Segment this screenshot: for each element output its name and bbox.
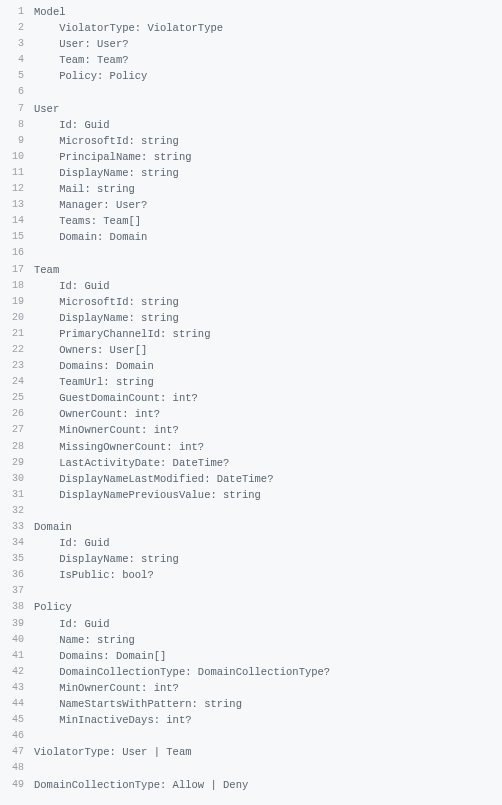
line-content: DisplayName: string: [30, 310, 502, 326]
line-number: 40: [0, 632, 30, 648]
line-number: 3: [0, 36, 30, 52]
line-content: Name: string: [30, 632, 502, 648]
line-content: Id: Guid: [30, 535, 502, 551]
line-content: LastActivityDate: DateTime?: [30, 455, 502, 471]
line-content: Policy: Policy: [30, 68, 502, 84]
line-number: 26: [0, 406, 30, 422]
line-content: MinOwnerCount: int?: [30, 680, 502, 696]
code-line: 48: [0, 760, 502, 776]
line-content: DisplayNameLastModified: DateTime?: [30, 471, 502, 487]
code-line: 12 Mail: string: [0, 181, 502, 197]
code-line: 45 MinInactiveDays: int?: [0, 712, 502, 728]
code-line: 41 Domains: Domain[]: [0, 648, 502, 664]
code-line: 19 MicrosoftId: string: [0, 294, 502, 310]
code-line: 21 PrimaryChannelId: string: [0, 326, 502, 342]
line-number: 21: [0, 326, 30, 342]
line-content: Model: [30, 4, 502, 20]
line-number: 30: [0, 471, 30, 487]
line-content: Team: Team?: [30, 52, 502, 68]
line-number: 4: [0, 52, 30, 68]
line-content: Domain: Domain: [30, 229, 502, 245]
code-line: 20 DisplayName: string: [0, 310, 502, 326]
code-line: 39 Id: Guid: [0, 616, 502, 632]
line-number: 25: [0, 390, 30, 406]
line-content: Domains: Domain: [30, 358, 502, 374]
line-number: 15: [0, 229, 30, 245]
line-content: [30, 728, 502, 744]
line-number: 14: [0, 213, 30, 229]
code-line: 28 MissingOwnerCount: int?: [0, 439, 502, 455]
line-number: 45: [0, 712, 30, 728]
line-number: 36: [0, 567, 30, 583]
code-line: 33Domain: [0, 519, 502, 535]
code-line: 49DomainCollectionType: Allow | Deny: [0, 777, 502, 793]
line-number: 8: [0, 117, 30, 133]
code-line: 2 ViolatorType: ViolatorType: [0, 20, 502, 36]
code-line: 11 DisplayName: string: [0, 165, 502, 181]
line-content: DomainCollectionType: DomainCollectionTy…: [30, 664, 502, 680]
code-line: 1Model: [0, 4, 502, 20]
code-line: 16: [0, 245, 502, 261]
line-content: [30, 245, 502, 261]
line-number: 48: [0, 760, 30, 776]
code-line: 36 IsPublic: bool?: [0, 567, 502, 583]
code-line: 7User: [0, 101, 502, 117]
code-line: 3 User: User?: [0, 36, 502, 52]
line-number: 32: [0, 503, 30, 519]
code-line: 4 Team: Team?: [0, 52, 502, 68]
line-number: 16: [0, 245, 30, 261]
line-number: 43: [0, 680, 30, 696]
code-block: 1Model2 ViolatorType: ViolatorType3 User…: [0, 0, 502, 797]
line-number: 41: [0, 648, 30, 664]
code-line: 5 Policy: Policy: [0, 68, 502, 84]
code-line: 35 DisplayName: string: [0, 551, 502, 567]
line-number: 39: [0, 616, 30, 632]
code-line: 29 LastActivityDate: DateTime?: [0, 455, 502, 471]
code-line: 23 Domains: Domain: [0, 358, 502, 374]
line-number: 1: [0, 4, 30, 20]
code-line: 46: [0, 728, 502, 744]
line-number: 34: [0, 535, 30, 551]
line-content: ViolatorType: User | Team: [30, 744, 502, 760]
code-line: 44 NameStartsWithPattern: string: [0, 696, 502, 712]
line-number: 5: [0, 68, 30, 84]
line-content: [30, 84, 502, 100]
line-content: Id: Guid: [30, 278, 502, 294]
line-number: 46: [0, 728, 30, 744]
line-number: 37: [0, 583, 30, 599]
line-number: 13: [0, 197, 30, 213]
line-content: PrimaryChannelId: string: [30, 326, 502, 342]
line-content: ViolatorType: ViolatorType: [30, 20, 502, 36]
line-content: DisplayNamePreviousValue: string: [30, 487, 502, 503]
line-number: 23: [0, 358, 30, 374]
line-content: OwnerCount: int?: [30, 406, 502, 422]
line-number: 20: [0, 310, 30, 326]
line-number: 28: [0, 439, 30, 455]
line-content: Policy: [30, 599, 502, 615]
line-content: Id: Guid: [30, 117, 502, 133]
code-line: 27 MinOwnerCount: int?: [0, 422, 502, 438]
line-number: 27: [0, 422, 30, 438]
line-content: IsPublic: bool?: [30, 567, 502, 583]
line-content: Team: [30, 262, 502, 278]
line-content: GuestDomainCount: int?: [30, 390, 502, 406]
line-content: Id: Guid: [30, 616, 502, 632]
line-content: PrincipalName: string: [30, 149, 502, 165]
line-content: User: User?: [30, 36, 502, 52]
line-content: DisplayName: string: [30, 551, 502, 567]
code-line: 22 Owners: User[]: [0, 342, 502, 358]
code-line: 9 MicrosoftId: string: [0, 133, 502, 149]
code-line: 25 GuestDomainCount: int?: [0, 390, 502, 406]
code-line: 18 Id: Guid: [0, 278, 502, 294]
line-number: 11: [0, 165, 30, 181]
code-line: 13 Manager: User?: [0, 197, 502, 213]
code-line: 38Policy: [0, 599, 502, 615]
line-number: 35: [0, 551, 30, 567]
line-content: [30, 503, 502, 519]
code-line: 34 Id: Guid: [0, 535, 502, 551]
line-number: 31: [0, 487, 30, 503]
line-number: 7: [0, 101, 30, 117]
line-number: 33: [0, 519, 30, 535]
code-line: 42 DomainCollectionType: DomainCollectio…: [0, 664, 502, 680]
line-number: 47: [0, 744, 30, 760]
